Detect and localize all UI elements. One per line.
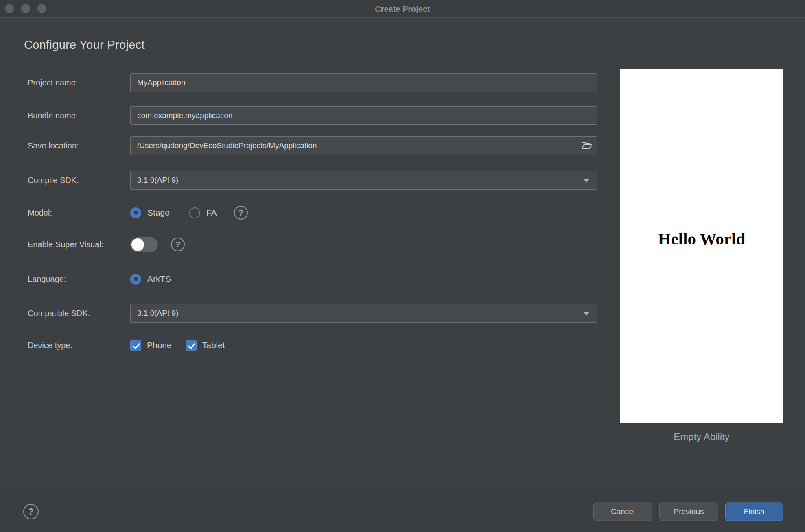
toggle-knob [131,238,144,251]
device-type-tablet-label: Tablet [202,340,225,350]
bundle-name-label: Bundle name: [28,111,130,120]
browse-folder-button[interactable] [580,139,593,152]
titlebar: Create Project [0,0,805,18]
enable-super-visual-row: Enable Super Visual: ? [28,235,597,254]
compile-sdk-label: Compile SDK: [28,176,130,185]
compile-sdk-row: Compile SDK: 3.1.0(API 9) [28,171,597,190]
ability-preview-screen: Hello World [620,69,783,423]
folder-icon [581,141,592,150]
checkbox-checked-icon [186,340,197,351]
enable-super-visual-label: Enable Super Visual: [28,240,130,249]
bundle-name-row: Bundle name: com.example.myapplication [28,106,597,125]
compatible-sdk-row: Compatible SDK: 3.1.0(API 9) [28,304,597,323]
device-type-phone-checkbox[interactable]: Phone [130,340,172,351]
language-option-arkts[interactable]: ArkTS [130,274,171,285]
bundle-name-input[interactable]: com.example.myapplication [130,106,597,125]
save-location-row: Save location: /Users/qudong/DevEcoStudi… [28,136,597,155]
create-project-dialog: Create Project Configure Your Project Pr… [0,0,805,532]
model-row: Model: Stage FA ? [28,203,597,222]
window-title: Create Project [0,0,805,18]
question-icon: ? [175,240,180,249]
super-visual-help-button[interactable]: ? [171,238,185,251]
save-location-input[interactable]: /Users/qudong/DevEcoStudioProjects/MyApp… [130,136,597,155]
device-type-label: Device type: [28,341,130,350]
device-type-row: Device type: Phone Tablet [28,336,597,355]
model-help-button[interactable]: ? [234,206,248,220]
model-label: Model: [28,208,130,218]
preview-caption: Empty Ability [620,431,783,443]
finish-button[interactable]: Finish [725,502,783,521]
checkbox-checked-icon [130,340,141,351]
radio-selected-icon [130,207,141,218]
question-icon: ? [28,506,33,517]
footer-bar: ? Cancel Previous Finish [0,491,805,532]
chevron-down-icon [583,179,590,183]
model-option-stage[interactable]: Stage [130,207,170,218]
language-label: Language: [28,275,130,284]
radio-unselected-icon [189,207,200,218]
page-title: Configure Your Project [24,38,145,52]
cancel-button[interactable]: Cancel [593,502,652,521]
compile-sdk-select[interactable]: 3.1.0(API 9) [130,171,597,190]
super-visual-toggle[interactable] [130,237,158,252]
language-option-arkts-label: ArkTS [147,274,171,284]
dialog-help-button[interactable]: ? [23,504,39,519]
previous-button[interactable]: Previous [659,502,718,521]
preview-hello-world-text: Hello World [620,229,783,249]
device-type-phone-label: Phone [147,340,172,350]
project-name-row: Project name: MyApplication [28,73,597,92]
save-location-label: Save location: [28,141,130,150]
project-name-input[interactable]: MyApplication [130,73,597,92]
model-option-stage-label: Stage [147,208,170,218]
compatible-sdk-label: Compatible SDK: [28,309,130,318]
radio-selected-icon [130,274,141,285]
model-option-fa[interactable]: FA [189,207,217,218]
compatible-sdk-select[interactable]: 3.1.0(API 9) [130,304,597,323]
device-type-tablet-checkbox[interactable]: Tablet [186,340,225,351]
question-icon: ? [238,208,243,218]
language-row: Language: ArkTS [28,270,597,288]
chevron-down-icon [583,312,590,316]
model-option-fa-label: FA [206,208,217,218]
project-name-label: Project name: [28,78,130,87]
